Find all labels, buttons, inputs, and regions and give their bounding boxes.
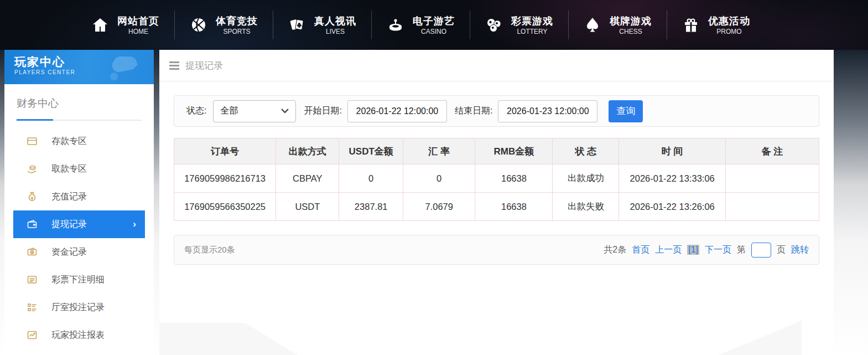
sidebar-item-label: 充值记录 [51,191,87,203]
sidebar-item-lottery-bet-details[interactable]: 彩票下注明细 [13,266,145,294]
sidebar-item-withdrawal-records[interactable]: 提现记录 › [13,210,145,238]
top-navigation: 网站首页HOME 体育竞技SPORTS 真人视讯LIVES 电子游艺CASINO… [0,0,868,50]
nav-item-sports[interactable]: 体育竞技SPORTS [174,11,273,39]
cell-status: 出款失败 [553,193,619,221]
sidebar-item-label: 厅室投注记录 [51,302,105,313]
sidebar-item-deposit-zone[interactable]: 存款专区 [13,127,145,155]
main-panel: 提现记录 状态: 全部 开始日期: 结束日期: 查询 订单号 [159,50,834,355]
jump-suffix: 页 [777,244,786,256]
nav-item-lottery[interactable]: 彩票游戏LOTTERY [470,11,568,39]
sidebar: 玩家中心 PLAYERS CENTER 财务中心 存款专区 取款专区 充值记录 … [4,50,154,355]
first-page-link[interactable]: 首页 [632,244,649,256]
cell-payout-method: USDT [276,193,339,221]
sidebar-item-label: 取款专区 [51,163,87,175]
cell-order-no: 1769059986216713 [174,164,276,193]
table-header-row: 订单号 出款方式 USDT金额 汇 率 RMB金额 状 态 时 间 备 注 [174,138,819,164]
page-title: 提现记录 [185,59,223,72]
status-select[interactable]: 全部 [213,100,296,122]
nav-label-en: HOME [128,28,148,36]
sidebar-item-withdraw-zone[interactable]: 取款专区 [13,155,145,183]
cell-rate: 0 [403,164,475,193]
menu-toggle-icon[interactable] [169,61,179,70]
sidebar-item-label: 存款专区 [51,136,87,147]
list-lines-icon [27,274,38,285]
hand-money-icon [27,163,38,174]
table-row: 1769059566350225 USDT 2387.81 7.0679 166… [174,193,819,221]
nav-label-zh: 彩票游戏 [511,14,553,28]
next-page-link[interactable]: 下一页 [705,244,731,256]
table-row: 1769059986216713 CBPAY 0 0 16638 出款成功 20… [174,164,819,193]
checklist-icon [27,302,38,313]
col-header-remark: 备 注 [725,138,819,164]
nav-label-zh: 网站首页 [117,14,159,28]
sidebar-item-label: 玩家投注报表 [51,330,105,341]
gamepad-icon [106,53,146,81]
nav-item-home[interactable]: 网站首页HOME [76,11,174,39]
jump-button[interactable]: 跳转 [791,244,809,256]
breadcrumb: 提现记录 [159,50,834,81]
sidebar-item-label: 资金记录 [51,246,87,258]
report-chart-icon [27,330,38,341]
page-size-text: 每页显示20条 [184,245,235,255]
sidebar-header: 玩家中心 PLAYERS CENTER [4,50,154,84]
cell-remark [725,164,819,193]
lottery-balls-icon [485,16,503,34]
nav-item-chess[interactable]: 棋牌游戏CHESS [568,11,667,39]
wallet-icon [27,219,38,230]
sidebar-item-hall-bet-records[interactable]: 厅室投注记录 [13,294,145,321]
col-header-status: 状 态 [553,138,619,164]
cell-remark [725,193,819,221]
sidebar-item-label: 提现记录 [51,219,87,230]
content-area: 状态: 全部 开始日期: 结束日期: 查询 订单号 出款方式 USDT金额 [159,81,834,265]
nav-label-zh: 优惠活动 [708,14,750,28]
cell-rmb-amount: 16638 [475,193,553,221]
pagination-bar: 每页显示20条 共2条 首页 上一页 [1] 下一页 第 页 跳转 [174,235,819,265]
sidebar-item-player-bet-report[interactable]: 玩家投注报表 [13,321,145,349]
sports-icon [190,16,207,34]
spade-icon [584,16,601,34]
background-watermark-shape [719,321,802,355]
col-header-order-no: 订单号 [174,138,276,164]
total-count: 共2条 [604,244,626,256]
sidebar-menu: 存款专区 取款专区 充值记录 提现记录 › 资金记录 彩票下注明细 厅室投注记录 [4,127,154,349]
sidebar-item-recharge-records[interactable]: 充值记录 [13,183,145,210]
cell-rate: 7.0679 [403,193,475,221]
finance-center-section: 财务中心 [4,84,154,111]
start-date-input[interactable] [347,100,447,122]
cell-status: 出款成功 [553,164,619,193]
cell-usdt-amount: 0 [339,164,403,193]
nav-label-en: LIVES [326,28,345,36]
gift-icon [682,16,700,34]
col-header-time: 时 间 [619,138,725,164]
col-header-rate: 汇 率 [403,138,475,164]
sidebar-item-funds-records[interactable]: 资金记录 [13,238,145,266]
page-jump-input[interactable] [751,243,771,258]
nav-label-zh: 体育竞技 [216,14,258,28]
finance-center-label: 财务中心 [17,97,59,109]
funds-icon [27,246,38,258]
start-date-label: 开始日期: [304,105,341,117]
col-header-rmb-amount: RMB金额 [475,138,553,164]
nav-label-en: CASINO [421,28,446,36]
deposit-icon [27,136,38,147]
jump-prefix: 第 [737,244,746,256]
status-select-value: 全部 [220,105,238,117]
filter-bar: 状态: 全部 开始日期: 结束日期: 查询 [174,95,819,127]
cards-icon [288,16,306,34]
nav-label-zh: 棋牌游戏 [610,14,652,28]
cell-order-no: 1769059566350225 [174,193,276,221]
cell-rmb-amount: 16638 [475,164,553,193]
withdrawal-records-table: 订单号 出款方式 USDT金额 汇 率 RMB金额 状 态 时 间 备 注 17… [174,138,819,221]
cell-payout-method: CBPAY [276,164,339,193]
status-label: 状态: [186,105,206,117]
nav-label-en: SPORTS [223,28,250,36]
nav-item-promo[interactable]: 优惠活动PROMO [667,11,765,39]
query-button[interactable]: 查询 [609,100,643,122]
pagination-controls: 共2条 首页 上一页 [1] 下一页 第 页 跳转 [604,243,809,258]
prev-page-link[interactable]: 上一页 [655,244,682,256]
sidebar-item-label: 彩票下注明细 [51,274,105,286]
nav-item-casino[interactable]: 电子游艺CASINO [371,11,470,39]
nav-item-lives[interactable]: 真人视讯LIVES [273,11,371,39]
nav-label-en: LOTTERY [517,28,547,36]
end-date-input[interactable] [498,100,597,122]
